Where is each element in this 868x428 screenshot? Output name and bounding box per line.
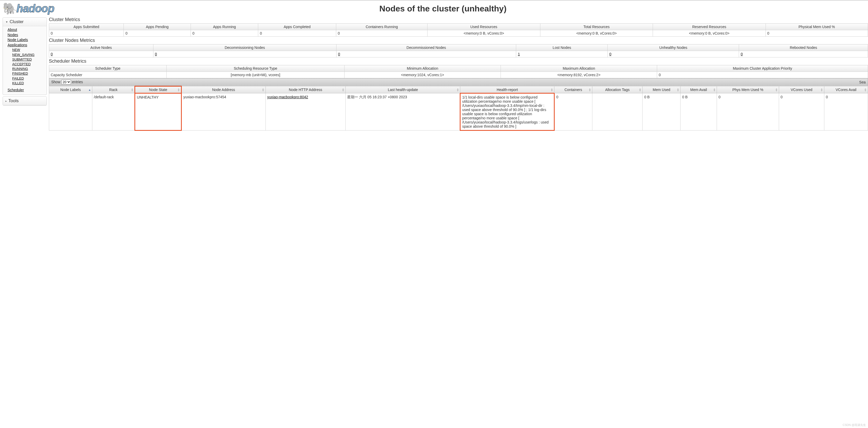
link-active[interactable]: 0 bbox=[51, 52, 53, 56]
th-max-cluster-app-priority[interactable]: Maximum Cluster Application Priority bbox=[657, 65, 868, 72]
th-used-resources[interactable]: Used Resources bbox=[428, 24, 540, 30]
table-header-row: Node Labels▲ Rack▲▼ Node State▲▼ Node Ad… bbox=[49, 86, 868, 93]
link-decommissioning[interactable]: 0 bbox=[155, 52, 157, 56]
logo-text: hadoop bbox=[17, 2, 54, 15]
cell-containers: 0 bbox=[554, 93, 592, 130]
th-apps-completed[interactable]: Apps Completed bbox=[258, 24, 336, 30]
link-node-http[interactable]: yuxiao-macbookpro:8042 bbox=[267, 95, 308, 99]
nav-finished[interactable]: FINISHED bbox=[12, 71, 43, 76]
link-unhealthy[interactable]: 0 bbox=[609, 52, 611, 56]
th-node-http-address[interactable]: Node HTTP Address▲▼ bbox=[266, 86, 346, 93]
nav-running[interactable]: RUNNING bbox=[12, 67, 43, 71]
datatable-toolbar: Show 20 entries Sea bbox=[49, 78, 868, 86]
th-total-resources[interactable]: Total Resources bbox=[540, 24, 653, 30]
cluster-metrics-title: Cluster Metrics bbox=[49, 17, 868, 22]
th-mem-used[interactable]: Mem Used▲▼ bbox=[643, 86, 681, 93]
th-scheduler-type[interactable]: Scheduler Type bbox=[49, 65, 167, 72]
nav-node-labels[interactable]: Node Labels bbox=[7, 37, 43, 43]
cell: <memory:0 B, vCores:0> bbox=[428, 30, 540, 37]
link-lost[interactable]: 1 bbox=[518, 52, 520, 56]
entries-label: entries bbox=[72, 80, 83, 84]
sort-icon: ▲▼ bbox=[639, 88, 641, 92]
logo[interactable]: 🐘 hadoop bbox=[3, 2, 54, 16]
nav-accepted[interactable]: ACCEPTED bbox=[12, 62, 43, 67]
cell: 0 bbox=[258, 30, 336, 37]
cell-health-report: 1/1 local-dirs usable space is below con… bbox=[460, 93, 554, 130]
sort-icon: ▲▼ bbox=[775, 88, 778, 92]
th-scheduling-resource-type[interactable]: Scheduling Resource Type bbox=[167, 65, 345, 72]
sort-icon: ▲▼ bbox=[551, 88, 553, 92]
cell: <memory:1024, vCores:1> bbox=[344, 72, 501, 78]
cell: 0 bbox=[336, 30, 427, 37]
cluster-nodes-metrics-table: Active Nodes Decommissioning Nodes Decom… bbox=[49, 44, 868, 58]
cell-vcores-used: 0 bbox=[779, 93, 824, 130]
th-vcores-avail[interactable]: VCores Avail▲▼ bbox=[824, 86, 868, 93]
th-health-report[interactable]: Health-report▲▼ bbox=[460, 86, 554, 93]
table-row: 0 0 0 0 0 <memory:0 B, vCores:0> <memory… bbox=[49, 30, 868, 37]
th-decommissioned-nodes[interactable]: Decommissioned Nodes bbox=[337, 44, 516, 51]
nav-applications[interactable]: Applications bbox=[7, 43, 43, 48]
nav-new[interactable]: NEW bbox=[12, 48, 43, 52]
cell: <memory:8192, vCores:2> bbox=[501, 72, 657, 78]
cluster-label: Cluster bbox=[10, 19, 24, 25]
nav-submitted[interactable]: SUBMITTED bbox=[12, 57, 43, 62]
th-reserved-resources[interactable]: Reserved Resources bbox=[653, 24, 766, 30]
nav-nodes[interactable]: Nodes bbox=[7, 32, 43, 38]
th-apps-pending[interactable]: Apps Pending bbox=[124, 24, 191, 30]
cell: 0 bbox=[124, 30, 191, 37]
link-decommissioned[interactable]: 0 bbox=[338, 52, 340, 56]
sidebar-section-tools: ▸ Tools bbox=[3, 96, 47, 105]
header: 🐘 hadoop Nodes of the cluster (unhealthy… bbox=[0, 0, 868, 16]
cell-phys-mem: 0 bbox=[717, 93, 779, 130]
scheduler-metrics-title: Scheduler Metrics bbox=[49, 59, 868, 64]
nav-new-saving[interactable]: NEW_SAVING bbox=[12, 53, 43, 57]
nav-killed[interactable]: KILLED bbox=[12, 81, 43, 86]
th-rebooted-nodes[interactable]: Rebooted Nodes bbox=[739, 44, 868, 51]
nav-scheduler[interactable]: Scheduler bbox=[7, 88, 43, 93]
th-containers[interactable]: Containers▲▼ bbox=[554, 86, 592, 93]
th-containers-running[interactable]: Containers Running bbox=[336, 24, 427, 30]
th-allocation-tags[interactable]: Allocation Tags▲▼ bbox=[592, 86, 643, 93]
th-maximum-allocation[interactable]: Maximum Allocation bbox=[501, 65, 657, 72]
table-header-row: Active Nodes Decommissioning Nodes Decom… bbox=[49, 44, 868, 51]
sort-icon: ▲▼ bbox=[177, 88, 180, 92]
nav-about[interactable]: About bbox=[7, 27, 43, 32]
th-node-labels[interactable]: Node Labels▲ bbox=[49, 86, 92, 93]
caret-right-icon: ▸ bbox=[5, 100, 7, 102]
sidebar-cluster-header[interactable]: ▼ Cluster bbox=[3, 18, 46, 26]
cell-last-update: 星期一 六月 05 16:23:37 +0800 2023 bbox=[346, 93, 460, 130]
cell: Capacity Scheduler bbox=[49, 72, 167, 78]
cell: 0 bbox=[49, 30, 124, 37]
sort-icon: ▲▼ bbox=[864, 88, 867, 92]
th-apps-submitted[interactable]: Apps Submitted bbox=[49, 24, 124, 30]
th-node-address[interactable]: Node Address▲▼ bbox=[181, 86, 266, 93]
th-apps-running[interactable]: Apps Running bbox=[191, 24, 258, 30]
nav-failed[interactable]: FAILED bbox=[12, 76, 43, 81]
cell: 0 bbox=[657, 72, 868, 78]
sort-icon: ▲▼ bbox=[262, 88, 265, 92]
th-rack[interactable]: Rack▲▼ bbox=[92, 86, 135, 93]
th-decommissioning-nodes[interactable]: Decommissioning Nodes bbox=[153, 44, 336, 51]
th-last-health-update[interactable]: Last health-update▲▼ bbox=[346, 86, 460, 93]
cell-mem-avail: 0 B bbox=[681, 93, 717, 130]
show-label: Show bbox=[51, 80, 60, 84]
th-lost-nodes[interactable]: Lost Nodes bbox=[516, 44, 608, 51]
sidebar-tools-header[interactable]: ▸ Tools bbox=[3, 97, 46, 105]
th-minimum-allocation[interactable]: Minimum Allocation bbox=[344, 65, 501, 72]
th-phys-mem-used[interactable]: Physical Mem Used % bbox=[766, 24, 868, 30]
cell-vcores-avail: 0 bbox=[824, 93, 868, 130]
th-phys-mem-used[interactable]: Phys Mem Used %▲▼ bbox=[717, 86, 779, 93]
cell-mem-used: 0 B bbox=[643, 93, 681, 130]
tools-label: Tools bbox=[8, 98, 19, 103]
cell: <memory:0 B, vCores:0> bbox=[653, 30, 766, 37]
th-node-state[interactable]: Node State▲▼ bbox=[135, 86, 182, 93]
th-active-nodes[interactable]: Active Nodes bbox=[49, 44, 153, 51]
entries-select[interactable]: 20 bbox=[61, 80, 71, 85]
hadoop-elephant-icon: 🐘 bbox=[3, 2, 17, 16]
th-unhealthy-nodes[interactable]: Unhealthy Nodes bbox=[608, 44, 739, 51]
table-header-row: Apps Submitted Apps Pending Apps Running… bbox=[49, 24, 868, 30]
th-mem-avail[interactable]: Mem Avail▲▼ bbox=[681, 86, 717, 93]
th-vcores-used[interactable]: VCores Used▲▼ bbox=[779, 86, 824, 93]
table-row: Capacity Scheduler [memory-mb (unit=Mi),… bbox=[49, 72, 868, 78]
link-rebooted[interactable]: 0 bbox=[741, 52, 743, 56]
